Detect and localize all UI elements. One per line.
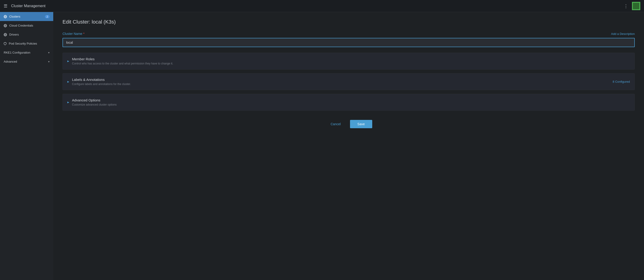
add-description-link[interactable]: Add a Description [611, 32, 635, 36]
accordion-arrow-icon: ▶ [67, 60, 69, 62]
sidebar-cloud-label: Cloud Credentials [9, 24, 33, 27]
avatar-inner [633, 3, 639, 9]
app-title: Cluster Management [11, 4, 624, 8]
accordion-member-roles: ▶ Member Roles Control who has access to… [62, 53, 635, 70]
sidebar-item-cloud-credentials[interactable]: Cloud Credentials [0, 21, 53, 30]
sidebar-item-pod-security-policies[interactable]: Pod Security Policies [0, 39, 53, 48]
avatar[interactable] [632, 2, 640, 10]
accordion-advanced-options-header[interactable]: ▶ Advanced Options Customize advanced cl… [63, 94, 634, 111]
more-options-icon[interactable]: ⋮ [624, 3, 628, 9]
accordion-advanced-title-group: Advanced Options Customize advanced clus… [72, 98, 630, 106]
globe-icon-3 [4, 33, 7, 36]
accordion-labels-subtitle: Configure labels and annotations for the… [72, 82, 610, 86]
sidebar-clusters-label: Clusters [9, 15, 20, 18]
app-header: ☰ Cluster Management ⋮ [0, 0, 644, 12]
shield-icon [4, 42, 6, 45]
main-content: Edit Cluster: local (K3s) Cluster Name* … [53, 12, 644, 280]
sidebar-item-drivers[interactable]: Drivers [0, 30, 53, 39]
accordion-advanced-options: ▶ Advanced Options Customize advanced cl… [62, 94, 635, 111]
required-marker: * [83, 32, 84, 36]
accordion-labels-title-group: Labels & Annotations Configure labels an… [72, 78, 610, 86]
sidebar-item-advanced[interactable]: Advanced ▾ [0, 57, 53, 66]
sidebar-drivers-label: Drivers [9, 33, 19, 36]
sidebar-rke1-label: RKE1 Configuration [4, 51, 30, 54]
save-button[interactable]: Save [350, 120, 372, 128]
accordion-member-roles-subtitle: Control who has access to the cluster an… [72, 62, 630, 65]
sidebar-item-clusters[interactable]: Clusters 2 [0, 12, 53, 21]
cluster-name-input[interactable] [62, 38, 635, 47]
chevron-down-icon: ▾ [48, 51, 50, 54]
accordion-member-roles-header[interactable]: ▶ Member Roles Control who has access to… [63, 53, 634, 69]
sidebar: Clusters 2 Cloud Credentials Drivers P [0, 12, 53, 280]
accordion-labels-title: Labels & Annotations [72, 78, 610, 82]
main-layout: Clusters 2 Cloud Credentials Drivers P [0, 12, 644, 280]
cluster-name-row: Cluster Name* Add a Description [62, 32, 635, 36]
globe-icon [4, 15, 7, 18]
accordion-advanced-title: Advanced Options [72, 98, 630, 102]
accordion-advanced-subtitle: Customize advanced cluster options [72, 103, 630, 106]
footer-buttons: Cancel Save [62, 120, 635, 128]
cancel-button[interactable]: Cancel [325, 120, 346, 128]
accordion-member-roles-title-group: Member Roles Control who has access to t… [72, 57, 630, 65]
accordion-labels-annotations-header[interactable]: ▶ Labels & Annotations Configure labels … [63, 73, 634, 90]
chevron-down-icon-2: ▾ [48, 60, 50, 63]
page-title: Edit Cluster: local (K3s) [62, 19, 635, 25]
clusters-badge: 2 [45, 15, 50, 18]
accordion-arrow-icon-3: ▶ [67, 101, 69, 104]
sidebar-item-rke1-configuration[interactable]: RKE1 Configuration ▾ [0, 48, 53, 57]
labels-configured-badge: 8 Configured [613, 80, 630, 83]
accordion-arrow-icon-2: ▶ [67, 80, 69, 83]
menu-icon[interactable]: ☰ [4, 3, 8, 8]
cluster-name-label: Cluster Name* [62, 32, 84, 36]
accordion-labels-annotations: ▶ Labels & Annotations Configure labels … [62, 73, 635, 90]
sidebar-pod-security-label: Pod Security Policies [9, 42, 37, 45]
globe-icon-2 [4, 24, 7, 27]
sidebar-advanced-label: Advanced [4, 60, 17, 63]
accordion-member-roles-title: Member Roles [72, 57, 630, 61]
